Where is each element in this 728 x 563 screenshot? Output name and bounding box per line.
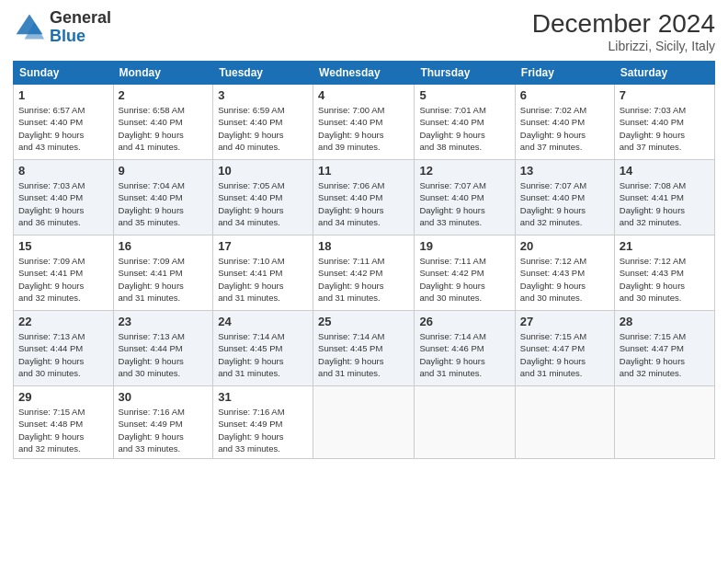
day-number: 4 [318, 88, 409, 102]
day-info: Sunrise: 7:16 AM Sunset: 4:49 PM Dayligh… [218, 406, 308, 454]
calendar-header-friday: Friday [515, 62, 614, 85]
day-info: Sunrise: 7:03 AM Sunset: 4:40 PM Dayligh… [18, 179, 108, 228]
day-info: Sunrise: 7:16 AM Sunset: 4:49 PM Dayligh… [119, 406, 209, 454]
calendar-cell: 29Sunrise: 7:15 AM Sunset: 4:48 PM Dayli… [14, 386, 114, 459]
calendar-cell: 3Sunrise: 6:59 AM Sunset: 4:40 PM Daylig… [213, 85, 313, 160]
day-number: 10 [218, 164, 308, 178]
day-number: 15 [18, 239, 108, 253]
calendar-cell: 12Sunrise: 7:07 AM Sunset: 4:40 PM Dayli… [415, 160, 515, 236]
calendar-cell: 6Sunrise: 7:02 AM Sunset: 4:40 PM Daylig… [515, 85, 614, 160]
day-info: Sunrise: 7:13 AM Sunset: 4:44 PM Dayligh… [119, 330, 209, 379]
calendar-cell: 4Sunrise: 7:00 AM Sunset: 4:40 PM Daylig… [313, 85, 415, 160]
calendar-cell: 14Sunrise: 7:08 AM Sunset: 4:41 PM Dayli… [614, 160, 714, 236]
day-number: 16 [119, 239, 209, 253]
day-number: 26 [419, 315, 509, 328]
calendar-cell: 30Sunrise: 7:16 AM Sunset: 4:49 PM Dayli… [113, 386, 213, 459]
calendar-header-row: SundayMondayTuesdayWednesdayThursdayFrid… [14, 62, 715, 85]
day-number: 7 [620, 88, 710, 102]
calendar-header-thursday: Thursday [415, 62, 515, 85]
day-info: Sunrise: 7:14 AM Sunset: 4:46 PM Dayligh… [419, 330, 509, 379]
day-info: Sunrise: 7:10 AM Sunset: 4:41 PM Dayligh… [218, 255, 308, 304]
day-info: Sunrise: 7:05 AM Sunset: 4:40 PM Dayligh… [218, 179, 308, 228]
calendar-cell: 26Sunrise: 7:14 AM Sunset: 4:46 PM Dayli… [415, 311, 515, 386]
header: General Blue December 2024 Librizzi, Sic… [13, 9, 715, 53]
calendar-cell: 13Sunrise: 7:07 AM Sunset: 4:40 PM Dayli… [515, 160, 614, 236]
day-number: 28 [620, 315, 710, 328]
day-info: Sunrise: 7:08 AM Sunset: 4:41 PM Dayligh… [620, 179, 710, 228]
calendar-cell: 23Sunrise: 7:13 AM Sunset: 4:44 PM Dayli… [113, 311, 213, 386]
calendar-cell: 20Sunrise: 7:12 AM Sunset: 4:43 PM Dayli… [515, 236, 614, 311]
calendar-cell: 2Sunrise: 6:58 AM Sunset: 4:40 PM Daylig… [113, 85, 213, 160]
day-number: 22 [18, 315, 108, 328]
day-info: Sunrise: 7:03 AM Sunset: 4:40 PM Dayligh… [620, 104, 710, 153]
calendar-table: SundayMondayTuesdayWednesdayThursdayFrid… [13, 61, 715, 459]
calendar-cell: 7Sunrise: 7:03 AM Sunset: 4:40 PM Daylig… [614, 85, 714, 160]
calendar-cell: 31Sunrise: 7:16 AM Sunset: 4:49 PM Dayli… [213, 386, 313, 459]
calendar-cell [415, 386, 515, 459]
day-number: 20 [520, 239, 609, 253]
day-info: Sunrise: 7:01 AM Sunset: 4:40 PM Dayligh… [419, 104, 509, 153]
logo-icon [13, 11, 46, 44]
calendar-header-tuesday: Tuesday [213, 62, 313, 85]
calendar-cell: 27Sunrise: 7:15 AM Sunset: 4:47 PM Dayli… [515, 311, 614, 386]
day-number: 17 [218, 239, 308, 253]
calendar-cell: 25Sunrise: 7:14 AM Sunset: 4:45 PM Dayli… [313, 311, 415, 386]
day-number: 24 [218, 315, 308, 328]
calendar-cell: 18Sunrise: 7:11 AM Sunset: 4:42 PM Dayli… [313, 236, 415, 311]
day-info: Sunrise: 7:15 AM Sunset: 4:47 PM Dayligh… [520, 330, 609, 379]
location: Librizzi, Sicily, Italy [532, 39, 715, 53]
calendar-cell: 8Sunrise: 7:03 AM Sunset: 4:40 PM Daylig… [14, 160, 114, 236]
day-number: 11 [318, 164, 409, 178]
calendar-cell: 5Sunrise: 7:01 AM Sunset: 4:40 PM Daylig… [415, 85, 515, 160]
calendar-cell: 28Sunrise: 7:15 AM Sunset: 4:47 PM Dayli… [614, 311, 714, 386]
calendar-cell: 11Sunrise: 7:06 AM Sunset: 4:40 PM Dayli… [313, 160, 415, 236]
calendar-cell: 1Sunrise: 6:57 AM Sunset: 4:40 PM Daylig… [14, 85, 114, 160]
day-number: 9 [119, 164, 209, 178]
month-title: December 2024 [532, 9, 715, 39]
day-info: Sunrise: 6:59 AM Sunset: 4:40 PM Dayligh… [218, 104, 308, 153]
day-number: 8 [18, 164, 108, 178]
day-info: Sunrise: 7:07 AM Sunset: 4:40 PM Dayligh… [419, 179, 509, 228]
day-info: Sunrise: 7:11 AM Sunset: 4:42 PM Dayligh… [419, 255, 509, 304]
calendar-cell: 22Sunrise: 7:13 AM Sunset: 4:44 PM Dayli… [14, 311, 114, 386]
logo: General Blue [13, 9, 111, 46]
day-info: Sunrise: 7:00 AM Sunset: 4:40 PM Dayligh… [318, 104, 409, 153]
calendar-header-sunday: Sunday [14, 62, 114, 85]
day-number: 1 [18, 88, 108, 102]
day-number: 12 [419, 164, 509, 178]
day-info: Sunrise: 7:04 AM Sunset: 4:40 PM Dayligh… [119, 179, 209, 228]
day-info: Sunrise: 7:14 AM Sunset: 4:45 PM Dayligh… [218, 330, 308, 379]
title-block: December 2024 Librizzi, Sicily, Italy [532, 9, 715, 53]
calendar-cell: 17Sunrise: 7:10 AM Sunset: 4:41 PM Dayli… [213, 236, 313, 311]
calendar-header-monday: Monday [113, 62, 213, 85]
day-info: Sunrise: 7:15 AM Sunset: 4:48 PM Dayligh… [18, 406, 108, 454]
calendar-header-wednesday: Wednesday [313, 62, 415, 85]
calendar-cell: 15Sunrise: 7:09 AM Sunset: 4:41 PM Dayli… [14, 236, 114, 311]
day-number: 29 [18, 390, 108, 404]
day-number: 23 [119, 315, 209, 328]
calendar-header-saturday: Saturday [614, 62, 714, 85]
calendar-cell: 19Sunrise: 7:11 AM Sunset: 4:42 PM Dayli… [415, 236, 515, 311]
day-info: Sunrise: 7:12 AM Sunset: 4:43 PM Dayligh… [620, 255, 710, 304]
day-number: 2 [119, 88, 209, 102]
day-info: Sunrise: 7:14 AM Sunset: 4:45 PM Dayligh… [318, 330, 409, 379]
calendar-cell: 9Sunrise: 7:04 AM Sunset: 4:40 PM Daylig… [113, 160, 213, 236]
day-number: 21 [620, 239, 710, 253]
day-number: 25 [318, 315, 409, 328]
day-info: Sunrise: 7:02 AM Sunset: 4:40 PM Dayligh… [520, 104, 609, 153]
calendar-cell: 21Sunrise: 7:12 AM Sunset: 4:43 PM Dayli… [614, 236, 714, 311]
day-info: Sunrise: 6:57 AM Sunset: 4:40 PM Dayligh… [18, 104, 108, 153]
day-info: Sunrise: 7:09 AM Sunset: 4:41 PM Dayligh… [119, 255, 209, 304]
day-number: 18 [318, 239, 409, 253]
calendar-cell [614, 386, 714, 459]
day-number: 14 [620, 164, 710, 178]
calendar-body: 1Sunrise: 6:57 AM Sunset: 4:40 PM Daylig… [14, 85, 715, 459]
day-number: 3 [218, 88, 308, 102]
day-number: 27 [520, 315, 609, 328]
page: General Blue December 2024 Librizzi, Sic… [0, 0, 728, 563]
calendar-cell: 16Sunrise: 7:09 AM Sunset: 4:41 PM Dayli… [113, 236, 213, 311]
day-info: Sunrise: 7:15 AM Sunset: 4:47 PM Dayligh… [620, 330, 710, 379]
day-number: 31 [218, 390, 308, 404]
day-info: Sunrise: 7:07 AM Sunset: 4:40 PM Dayligh… [520, 179, 609, 228]
calendar-cell: 10Sunrise: 7:05 AM Sunset: 4:40 PM Dayli… [213, 160, 313, 236]
